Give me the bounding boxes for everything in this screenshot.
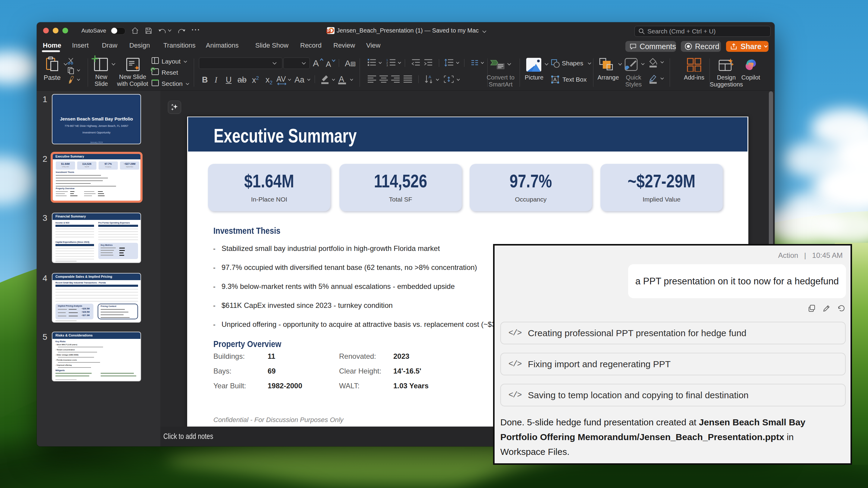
svg-text:A: A (429, 75, 431, 79)
svg-text:3: 3 (386, 64, 388, 67)
svg-text:A: A (553, 77, 557, 82)
